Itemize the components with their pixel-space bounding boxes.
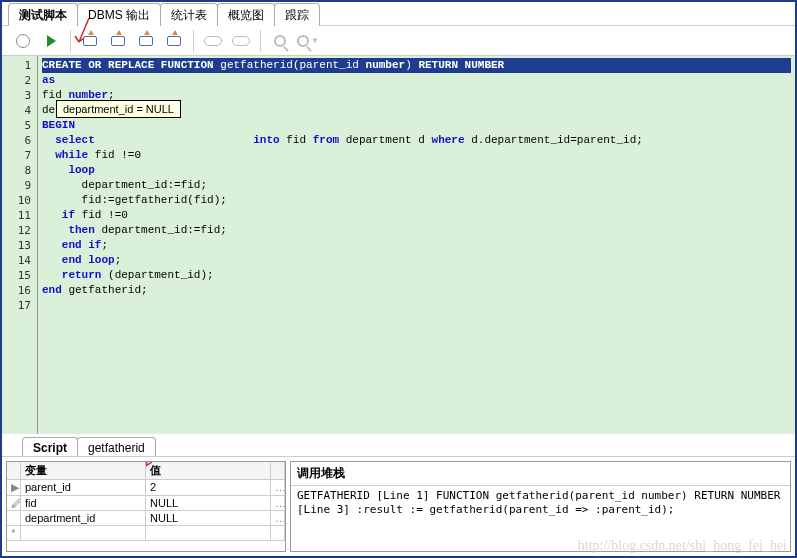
tab-overview[interactable]: 概览图 [217, 3, 275, 26]
var-col-value: 值 [146, 462, 271, 480]
goggles-icon [204, 36, 222, 46]
step-out-icon [139, 36, 153, 46]
code-line[interactable]: return (department_id); [42, 268, 791, 283]
code-editor[interactable]: 1234567891011121314151617 CREATE OR REPL… [2, 56, 795, 434]
callstack-header: 调用堆栈 [291, 462, 790, 486]
code-line[interactable]: if fid !=0 [42, 208, 791, 223]
var-col-name: 变量 [21, 462, 146, 480]
tab-dbms-output[interactable]: DBMS 输出 [77, 3, 161, 26]
code-area[interactable]: CREATE OR REPLACE FUNCTION getfatherid(p… [38, 56, 795, 434]
run-to-cursor-button[interactable] [163, 30, 185, 52]
variables-grid[interactable]: 变量 值 ▶parent_id2…🖉fidNULL…department_idN… [7, 462, 285, 541]
debug-tooltip: department_id = NULL [56, 100, 181, 118]
top-tab-bar: 测试脚本 DBMS 输出 统计表 概览图 跟踪 [2, 2, 795, 26]
run-button[interactable] [40, 30, 62, 52]
code-line[interactable]: fid:=getfatherid(fid); [42, 193, 791, 208]
var-value[interactable]: NULL [146, 511, 271, 526]
tab-stats[interactable]: 统计表 [160, 3, 218, 26]
watch-button[interactable] [202, 30, 224, 52]
var-name[interactable]: fid [21, 496, 146, 511]
step-over-button[interactable] [107, 30, 129, 52]
tab-trace[interactable]: 跟踪 [274, 3, 320, 26]
step-out-button[interactable] [135, 30, 157, 52]
variables-panel: 变量 值 ▶parent_id2…🖉fidNULL…department_idN… [6, 461, 286, 552]
code-line[interactable]: department_id:=fid; [42, 178, 791, 193]
tab-script[interactable]: Script [22, 437, 78, 457]
stack-line[interactable]: [Line 3] :result := getfatherid(parent_i… [297, 503, 784, 517]
search-icon [274, 35, 286, 47]
callstack-body[interactable]: GETFATHERID [Line 1] FUNCTION getfatheri… [291, 486, 790, 520]
toolbar: ▼ [2, 26, 795, 56]
callstack-panel: 调用堆栈 GETFATHERID [Line 1] FUNCTION getfa… [290, 461, 791, 552]
search-dropdown[interactable]: ▼ [297, 30, 319, 52]
toolbar-separator [70, 30, 71, 52]
code-line[interactable]: while fid !=0 [42, 148, 791, 163]
stack-line[interactable]: GETFATHERID [Line 1] FUNCTION getfatheri… [297, 489, 784, 503]
var-value[interactable]: NULL [146, 496, 271, 511]
run-icon [47, 35, 56, 47]
mid-tab-bar: Script getfatherid [2, 434, 795, 456]
tab-getfatherid[interactable]: getfatherid [77, 437, 156, 457]
code-line[interactable]: then department_id:=fid; [42, 223, 791, 238]
code-line[interactable]: as [42, 73, 791, 88]
var-name[interactable]: parent_id [21, 480, 146, 496]
code-line[interactable]: CREATE OR REPLACE FUNCTION getfatherid(p… [42, 58, 791, 73]
line-gutter: 1234567891011121314151617 [2, 56, 38, 434]
step-over-icon [111, 36, 125, 46]
bottom-panels: 变量 值 ▶parent_id2…🖉fidNULL…department_idN… [2, 456, 795, 556]
toolbar-separator [260, 30, 261, 52]
watch-add-button[interactable] [230, 30, 252, 52]
search-button[interactable] [269, 30, 291, 52]
search-icon [297, 35, 309, 47]
var-name[interactable]: department_id [21, 511, 146, 526]
var-value[interactable]: 2 [146, 480, 271, 496]
gear-icon [16, 34, 30, 48]
config-button[interactable] [12, 30, 34, 52]
code-line[interactable]: end loop; [42, 253, 791, 268]
run-to-cursor-icon [167, 36, 181, 46]
step-into-icon [83, 36, 97, 46]
code-line[interactable]: BEGIN [42, 118, 791, 133]
code-line[interactable]: end if; [42, 238, 791, 253]
toolbar-separator [193, 30, 194, 52]
code-line[interactable]: end getfatherid; [42, 283, 791, 298]
code-line[interactable]: loop [42, 163, 791, 178]
goggles-plus-icon [232, 36, 250, 46]
code-line[interactable]: select into fid from department d where … [42, 133, 791, 148]
tab-test-script[interactable]: 测试脚本 [8, 3, 78, 26]
step-into-button[interactable] [79, 30, 101, 52]
